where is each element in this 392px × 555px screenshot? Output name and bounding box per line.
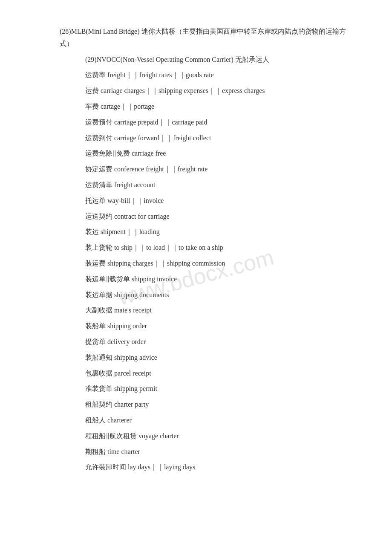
term-text: 装船单 shipping order xyxy=(85,320,358,332)
term-text: 运送契约 contract for carriage xyxy=(85,211,358,223)
term-text: 包裹收据 parcel receipt xyxy=(85,367,358,380)
term-text: 装运费 shipping charges｜｜shipping commissio… xyxy=(85,257,358,270)
term-item: 托运单 way-bill｜｜invoice xyxy=(34,195,358,207)
term-item: 运费到付 carriage forward｜｜freight collect xyxy=(34,132,358,145)
term-item: 装运单据 shipping documents xyxy=(34,289,358,301)
term-item: 装上货轮 to ship｜｜to load｜｜to take on a ship xyxy=(34,242,358,254)
term-item: 运送契约 contract for carriage xyxy=(34,211,358,223)
term-text: 装运单据 shipping documents xyxy=(85,289,358,301)
term-text: 装运 shipment｜｜loading xyxy=(85,226,358,238)
term-text: 运费 carriage charges｜｜shipping expenses｜｜… xyxy=(85,85,358,97)
term-text: 装船通知 shipping advice xyxy=(85,352,358,364)
term-item: 运费预付 carriage prepaid｜｜carriage paid xyxy=(34,116,358,129)
term-text: 租船人 charterer xyxy=(85,414,358,427)
term-text: 运费率 freight｜｜freight rates｜｜goods rate xyxy=(85,69,358,81)
term-item: 运费 carriage charges｜｜shipping expenses｜｜… xyxy=(34,85,358,97)
term-item: 装运单‖载货单 shipping invoice xyxy=(34,273,358,286)
term-text: 运费清单 freight account xyxy=(85,179,358,191)
term-item: 允许装卸时间 lay days｜｜laying days xyxy=(34,461,358,474)
term-text: 装上货轮 to ship｜｜to load｜｜to take on a ship xyxy=(85,242,358,254)
item-28-text: (28)MLB(Mini Land Bridge) 迷你大陆桥（主要指由美国西岸… xyxy=(60,26,358,50)
term-text: 大副收据 mate's receipt xyxy=(85,304,358,317)
term-text: 程租船‖航次租赁 voyage charter xyxy=(85,430,358,442)
term-text: 提货单 delivery order xyxy=(85,336,358,348)
term-item: 包裹收据 parcel receipt xyxy=(34,367,358,380)
term-text: 运费预付 carriage prepaid｜｜carriage paid xyxy=(85,116,358,129)
term-item: 租船契约 charter party xyxy=(34,399,358,411)
term-item: 协定运费 conference freight｜｜freight rate xyxy=(34,163,358,176)
term-text: 允许装卸时间 lay days｜｜laying days xyxy=(85,461,358,474)
term-text: 运费到付 carriage forward｜｜freight collect xyxy=(85,132,358,145)
term-item: 车费 cartage｜｜portage xyxy=(34,101,358,113)
term-text: 装运单‖载货单 shipping invoice xyxy=(85,273,358,286)
term-item: 大副收据 mate's receipt xyxy=(34,304,358,317)
term-text: 协定运费 conference freight｜｜freight rate xyxy=(85,163,358,176)
term-item: 租船人 charterer xyxy=(34,414,358,427)
term-item: 运费免除‖免费 carriage free xyxy=(34,147,358,160)
term-text: 托运单 way-bill｜｜invoice xyxy=(85,195,358,207)
item-29-text: (29)NVOCC(Non-Vessel Operating Common Ca… xyxy=(85,54,358,66)
term-item: 运费率 freight｜｜freight rates｜｜goods rate xyxy=(34,69,358,81)
term-text: 运费免除‖免费 carriage free xyxy=(85,147,358,160)
term-item: 期租船 time charter xyxy=(34,446,358,458)
term-item: 装船单 shipping order xyxy=(34,320,358,332)
item-28: (28)MLB(Mini Land Bridge) 迷你大陆桥（主要指由美国西岸… xyxy=(34,26,358,50)
term-item: 装运费 shipping charges｜｜shipping commissio… xyxy=(34,257,358,270)
term-text: 准装货单 shipping permit xyxy=(85,383,358,395)
term-item: 装船通知 shipping advice xyxy=(34,352,358,364)
term-text: 期租船 time charter xyxy=(85,446,358,458)
term-item: 提货单 delivery order xyxy=(34,336,358,348)
term-item: 运费清单 freight account xyxy=(34,179,358,191)
term-text: 租船契约 charter party xyxy=(85,399,358,411)
term-item: 装运 shipment｜｜loading xyxy=(34,226,358,238)
term-item: 准装货单 shipping permit xyxy=(34,383,358,395)
terms-list: 运费率 freight｜｜freight rates｜｜goods rate运费… xyxy=(34,69,358,474)
item-29: (29)NVOCC(Non-Vessel Operating Common Ca… xyxy=(34,54,358,66)
term-item: 程租船‖航次租赁 voyage charter xyxy=(34,430,358,442)
term-text: 车费 cartage｜｜portage xyxy=(85,101,358,113)
